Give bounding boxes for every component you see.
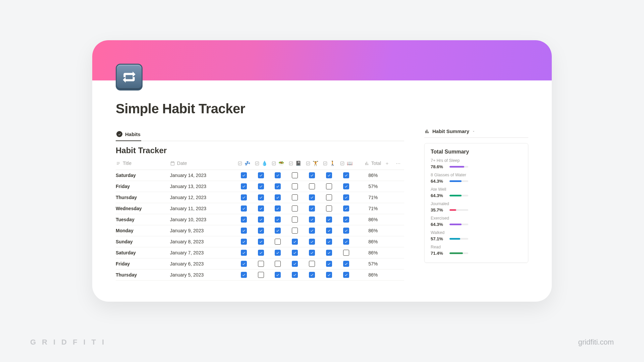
habit-checkbox[interactable] (292, 172, 298, 178)
habit-checkbox[interactable] (309, 183, 315, 189)
habit-checkbox[interactable] (275, 228, 281, 234)
habit-checkbox[interactable] (326, 172, 332, 178)
add-column-button[interactable]: ＋ (385, 161, 389, 166)
tab-habits[interactable]: Habits (116, 128, 141, 141)
habit-checkbox[interactable] (258, 250, 264, 256)
habit-column-4[interactable]: 🏋️ (304, 158, 321, 170)
table-row[interactable]: Sunday January 8, 2023 86 (116, 236, 404, 247)
table-row[interactable]: Monday January 9, 2023 86 (116, 225, 404, 236)
habit-checkbox[interactable] (292, 250, 298, 256)
habit-checkbox[interactable] (275, 194, 281, 200)
summary-card[interactable]: Total Summary 7+ Hrs of Sleep 78.6% 8 Gl… (424, 143, 528, 263)
habit-checkbox[interactable] (309, 217, 315, 223)
table-row[interactable]: Thursday January 5, 2023 (116, 269, 404, 280)
habit-checkbox[interactable] (241, 261, 247, 267)
habit-checkbox[interactable] (258, 228, 264, 234)
habit-checkbox[interactable] (343, 172, 349, 178)
habit-checkbox[interactable] (292, 261, 298, 267)
habit-checkbox[interactable] (241, 228, 247, 234)
habit-checkbox[interactable] (275, 183, 281, 189)
habit-checkbox[interactable] (343, 183, 349, 189)
habit-checkbox[interactable] (309, 228, 315, 234)
habit-checkbox[interactable] (275, 250, 281, 256)
table-row[interactable]: Tuesday January 10, 2023 (116, 214, 404, 225)
habit-checkbox[interactable] (275, 261, 281, 267)
habit-checkbox[interactable] (309, 172, 315, 178)
repeat-icon (121, 69, 138, 85)
habit-column-6[interactable]: 📖 (338, 158, 355, 170)
habit-checkbox[interactable] (258, 194, 264, 200)
habit-checkbox[interactable] (343, 272, 349, 278)
habit-checkbox[interactable] (241, 172, 247, 178)
table-row[interactable]: Saturday January 14, 2023 (116, 170, 404, 181)
habit-checkbox[interactable] (326, 205, 332, 212)
table-row[interactable]: Wednesday January 11, 2023 (116, 203, 404, 214)
metric-bar (449, 166, 468, 168)
page-icon[interactable] (116, 64, 143, 90)
habit-checkbox[interactable] (241, 239, 247, 245)
habit-checkbox[interactable] (309, 205, 315, 212)
habit-checkbox[interactable] (275, 272, 281, 278)
habit-checkbox[interactable] (292, 272, 298, 278)
habit-checkbox[interactable] (326, 239, 332, 245)
habit-checkbox[interactable] (326, 228, 332, 234)
habit-table-section: Habits Habit Tracker Title (116, 128, 404, 281)
habit-checkbox[interactable] (258, 239, 264, 245)
habit-checkbox[interactable] (326, 250, 332, 256)
habit-checkbox[interactable] (326, 183, 332, 189)
summary-metric: 7+ Hrs of Sleep 78.6% (431, 158, 522, 169)
habit-checkbox[interactable] (326, 217, 332, 223)
more-columns-button[interactable]: ⋯ (396, 161, 400, 166)
table-row[interactable]: Friday January 13, 2023 5 (116, 181, 404, 192)
habit-checkbox[interactable] (292, 205, 298, 212)
table-row[interactable]: Thursday January 12, 2023 (116, 192, 404, 203)
habit-checkbox[interactable] (241, 250, 247, 256)
habit-column-1[interactable]: 💧 (253, 158, 270, 170)
habit-checkbox[interactable] (309, 261, 315, 267)
habit-checkbox[interactable] (326, 261, 332, 267)
habit-col-emoji: 💤 (245, 161, 250, 166)
habit-checkbox[interactable] (309, 194, 315, 200)
habit-checkbox[interactable] (292, 239, 298, 245)
habit-checkbox[interactable] (343, 205, 349, 212)
habit-checkbox[interactable] (258, 261, 264, 267)
habit-checkbox[interactable] (343, 261, 349, 267)
habit-checkbox[interactable] (343, 194, 349, 200)
habit-checkbox[interactable] (292, 183, 298, 189)
habit-checkbox[interactable] (343, 239, 349, 245)
habit-checkbox[interactable] (292, 228, 298, 234)
habit-column-2[interactable]: 🥗 (270, 158, 287, 170)
habit-column-0[interactable]: 💤 (236, 158, 253, 170)
habit-checkbox[interactable] (241, 194, 247, 200)
row-day: Sunday (116, 236, 170, 247)
habit-checkbox[interactable] (258, 183, 264, 189)
table-row[interactable]: Friday January 6, 2023 57 (116, 258, 404, 269)
habit-checkbox[interactable] (326, 272, 332, 278)
habit-column-5[interactable]: 🚶 (321, 158, 338, 170)
habit-checkbox[interactable] (241, 183, 247, 189)
habit-checkbox[interactable] (241, 272, 247, 278)
habit-checkbox[interactable] (343, 250, 349, 256)
habit-checkbox[interactable] (343, 228, 349, 234)
habit-checkbox[interactable] (258, 172, 264, 178)
habit-column-3[interactable]: 📓 (287, 158, 304, 170)
habit-checkbox[interactable] (309, 250, 315, 256)
habit-checkbox[interactable] (275, 172, 281, 178)
habit-checkbox[interactable] (292, 194, 298, 200)
habit-checkbox[interactable] (258, 217, 264, 223)
habit-checkbox[interactable] (309, 239, 315, 245)
table-row[interactable]: Saturday January 7, 2023 (116, 247, 404, 258)
summary-view-selector[interactable]: Habit Summary (424, 128, 475, 134)
habit-checkbox[interactable] (241, 205, 247, 212)
habit-checkbox[interactable] (258, 272, 264, 278)
habit-checkbox[interactable] (275, 205, 281, 212)
habit-checkbox[interactable] (258, 205, 264, 212)
habit-checkbox[interactable] (275, 217, 281, 223)
habit-checkbox[interactable] (309, 272, 315, 278)
habit-checkbox[interactable] (343, 217, 349, 223)
habit-checkbox[interactable] (275, 239, 281, 245)
habit-checkbox[interactable] (326, 194, 332, 200)
habit-checkbox[interactable] (241, 217, 247, 223)
habit-checkbox[interactable] (292, 217, 298, 223)
row-date: January 11, 2023 (170, 203, 236, 214)
